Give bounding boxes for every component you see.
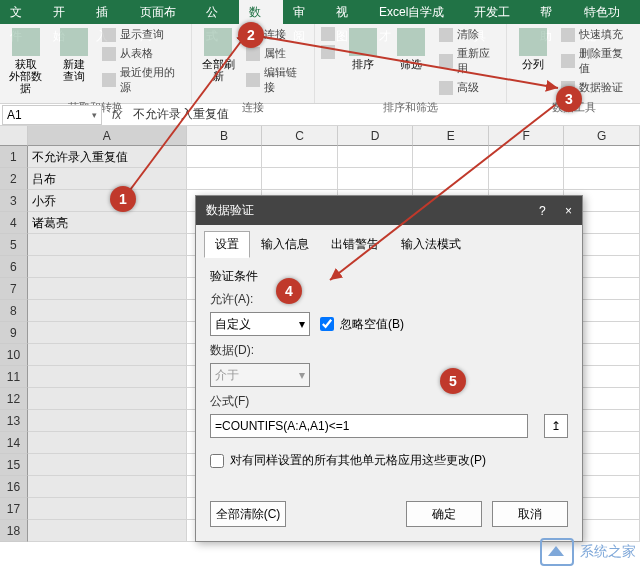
row-header[interactable]: 14 bbox=[0, 432, 28, 454]
cell-G1[interactable] bbox=[564, 146, 640, 168]
col-header-A[interactable]: A bbox=[28, 126, 187, 146]
row-header[interactable]: 4 bbox=[0, 212, 28, 234]
dialog-help-icon[interactable]: ? bbox=[539, 204, 546, 218]
row-header[interactable]: 2 bbox=[0, 168, 28, 190]
cell-F2[interactable] bbox=[489, 168, 565, 190]
cell-A12[interactable] bbox=[28, 388, 187, 410]
cell-A13[interactable] bbox=[28, 410, 187, 432]
cell-B2[interactable] bbox=[187, 168, 263, 190]
col-header-B[interactable]: B bbox=[187, 126, 263, 146]
sort-asc-button[interactable] bbox=[319, 26, 337, 42]
row-header[interactable]: 13 bbox=[0, 410, 28, 432]
dialog-tab-settings[interactable]: 设置 bbox=[204, 231, 250, 258]
tab-data[interactable]: 数据 bbox=[239, 0, 282, 24]
col-header-E[interactable]: E bbox=[413, 126, 489, 146]
sort-desc-button[interactable] bbox=[319, 44, 337, 60]
row-header[interactable]: 1 bbox=[0, 146, 28, 168]
name-box[interactable]: A1▾ bbox=[2, 105, 102, 125]
cell-D1[interactable] bbox=[338, 146, 414, 168]
dialog-tab-ime[interactable]: 输入法模式 bbox=[390, 231, 472, 258]
text-to-columns-button[interactable]: 分列 bbox=[511, 26, 555, 72]
cell-C1[interactable] bbox=[262, 146, 338, 168]
apply-to-all-checkbox[interactable] bbox=[210, 454, 224, 468]
row-header[interactable]: 7 bbox=[0, 278, 28, 300]
cell-A8[interactable] bbox=[28, 300, 187, 322]
cell-A1[interactable]: 不允许录入重复值 bbox=[28, 146, 187, 168]
cancel-button[interactable]: 取消 bbox=[492, 501, 568, 527]
cell-D2[interactable] bbox=[338, 168, 414, 190]
cell-E1[interactable] bbox=[413, 146, 489, 168]
cell-A2[interactable]: 吕布 bbox=[28, 168, 187, 190]
cell-F1[interactable] bbox=[489, 146, 565, 168]
formula-input[interactable]: =COUNTIFS(A:A,A1)<=1 bbox=[210, 414, 528, 438]
tab-file[interactable]: 文件 bbox=[0, 0, 43, 24]
dialog-tab-input-message[interactable]: 输入信息 bbox=[250, 231, 320, 258]
edit-links-button[interactable]: 编辑链接 bbox=[244, 64, 310, 96]
cell-A9[interactable] bbox=[28, 322, 187, 344]
refresh-all-button[interactable]: 全部刷新 bbox=[196, 26, 240, 84]
dialog-titlebar[interactable]: 数据验证 ? × bbox=[196, 196, 582, 225]
select-all-corner[interactable] bbox=[0, 126, 28, 146]
col-header-C[interactable]: C bbox=[262, 126, 338, 146]
tab-view[interactable]: 视图 bbox=[326, 0, 369, 24]
cell-A4[interactable]: 诸葛亮 bbox=[28, 212, 187, 234]
cell-A18[interactable] bbox=[28, 520, 187, 542]
row-header[interactable]: 17 bbox=[0, 498, 28, 520]
advanced-filter-button[interactable]: 高级 bbox=[437, 79, 503, 96]
clear-filter-button[interactable]: 清除 bbox=[437, 26, 503, 43]
ignore-blank-checkbox[interactable] bbox=[320, 317, 334, 331]
col-header-F[interactable]: F bbox=[489, 126, 565, 146]
sort-button[interactable]: 排序 bbox=[341, 26, 385, 72]
tab-layout[interactable]: 页面布局 bbox=[130, 0, 196, 24]
dialog-close-icon[interactable]: × bbox=[565, 204, 572, 218]
cell-E2[interactable] bbox=[413, 168, 489, 190]
new-query-button[interactable]: 新建 查询 bbox=[52, 26, 96, 84]
ok-button[interactable]: 确定 bbox=[406, 501, 482, 527]
cell-B1[interactable] bbox=[187, 146, 263, 168]
from-table-button[interactable]: 从表格 bbox=[100, 45, 188, 62]
row-header[interactable]: 3 bbox=[0, 190, 28, 212]
row-header[interactable]: 8 bbox=[0, 300, 28, 322]
recent-sources-button[interactable]: 最近使用的源 bbox=[100, 64, 188, 96]
allow-select[interactable]: 自定义▾ bbox=[210, 312, 310, 336]
cell-A3[interactable]: 小乔 bbox=[28, 190, 187, 212]
cell-A17[interactable] bbox=[28, 498, 187, 520]
row-header[interactable]: 15 bbox=[0, 454, 28, 476]
cell-G2[interactable] bbox=[564, 168, 640, 190]
reapply-button[interactable]: 重新应用 bbox=[437, 45, 503, 77]
row-header[interactable]: 9 bbox=[0, 322, 28, 344]
get-external-data-button[interactable]: 获取 外部数据 bbox=[4, 26, 48, 96]
cell-A10[interactable] bbox=[28, 344, 187, 366]
fx-icon[interactable]: fx bbox=[104, 108, 129, 122]
filter-button[interactable]: 筛选 bbox=[389, 26, 433, 72]
tab-help[interactable]: 帮助 bbox=[530, 0, 573, 24]
tab-review[interactable]: 审阅 bbox=[283, 0, 326, 24]
cell-A7[interactable] bbox=[28, 278, 187, 300]
cell-A15[interactable] bbox=[28, 454, 187, 476]
tab-custom[interactable]: Excel自学成才 bbox=[369, 0, 464, 24]
cell-A11[interactable] bbox=[28, 366, 187, 388]
tab-insert[interactable]: 插入 bbox=[86, 0, 129, 24]
dialog-tab-error-alert[interactable]: 出错警告 bbox=[320, 231, 390, 258]
row-header[interactable]: 5 bbox=[0, 234, 28, 256]
flash-fill-button[interactable]: 快速填充 bbox=[559, 26, 636, 43]
row-header[interactable]: 16 bbox=[0, 476, 28, 498]
row-header[interactable]: 10 bbox=[0, 344, 28, 366]
cell-A5[interactable] bbox=[28, 234, 187, 256]
cell-A6[interactable] bbox=[28, 256, 187, 278]
cell-A16[interactable] bbox=[28, 476, 187, 498]
remove-duplicates-button[interactable]: 删除重复值 bbox=[559, 45, 636, 77]
tab-special[interactable]: 特色功能 bbox=[574, 0, 640, 24]
tab-developer[interactable]: 开发工具 bbox=[464, 0, 530, 24]
row-header[interactable]: 12 bbox=[0, 388, 28, 410]
tab-home[interactable]: 开始 bbox=[43, 0, 86, 24]
range-selector-button[interactable]: ↥ bbox=[544, 414, 568, 438]
col-header-D[interactable]: D bbox=[338, 126, 414, 146]
row-header[interactable]: 6 bbox=[0, 256, 28, 278]
row-header[interactable]: 11 bbox=[0, 366, 28, 388]
show-queries-button[interactable]: 显示查询 bbox=[100, 26, 188, 43]
row-header[interactable]: 18 bbox=[0, 520, 28, 542]
cell-A14[interactable] bbox=[28, 432, 187, 454]
clear-all-button[interactable]: 全部清除(C) bbox=[210, 501, 286, 527]
col-header-G[interactable]: G bbox=[564, 126, 640, 146]
